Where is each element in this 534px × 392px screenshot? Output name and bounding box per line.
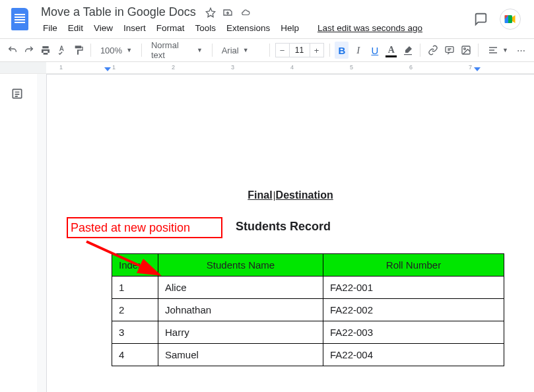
editor-area: FinalDestination Pasted at new position … — [0, 74, 534, 392]
annotation-box: Pasted at new position — [67, 217, 222, 238]
ruler-tick: 7 — [469, 64, 472, 71]
table-cell[interactable]: Johnathan — [158, 299, 323, 321]
separator — [329, 44, 330, 57]
page-canvas[interactable]: FinalDestination Pasted at new position … — [37, 74, 534, 392]
meet-icon[interactable] — [500, 9, 521, 30]
star-icon[interactable] — [205, 7, 216, 18]
undo-button[interactable] — [5, 42, 19, 59]
ruler-tick: 5 — [350, 64, 353, 71]
align-button[interactable]: ▼ — [484, 42, 512, 59]
annotation-arrow-icon — [80, 238, 179, 284]
separator — [269, 44, 270, 57]
link-button[interactable] — [426, 42, 440, 59]
bold-button[interactable]: B — [335, 42, 349, 59]
text-color-button[interactable]: A — [384, 42, 398, 59]
svg-point-4 — [463, 48, 465, 50]
italic-button[interactable]: I — [351, 42, 365, 59]
separator — [478, 44, 479, 57]
table-cell[interactable]: Alice — [158, 277, 323, 299]
left-rail — [0, 74, 37, 392]
paint-format-button[interactable] — [71, 42, 85, 59]
ruler-tick: 6 — [409, 64, 413, 71]
more-button[interactable]: ⋯ — [515, 42, 529, 59]
underline-button[interactable]: U — [368, 42, 382, 59]
ruler-tick: 2 — [172, 64, 175, 71]
separator — [212, 44, 213, 57]
ruler-tick: 1 — [59, 64, 63, 71]
menu-edit[interactable]: Edit — [63, 22, 88, 34]
outline-icon[interactable] — [11, 87, 26, 103]
zoom-select[interactable]: 100%▼ — [96, 42, 136, 59]
font-select[interactable]: Arial▼ — [218, 42, 264, 59]
table-header[interactable]: Roll Number — [323, 254, 504, 277]
table-cell[interactable]: Samuel — [158, 344, 323, 366]
table-row[interactable]: 3 Harry FA22-003 — [112, 321, 504, 344]
section-title[interactable]: Students Record — [236, 220, 508, 234]
font-size-decrease[interactable]: − — [275, 43, 290, 57]
separator — [141, 44, 142, 57]
toolbar: 100%▼ Normal text▼ Arial▼ − 11 + B I U A… — [0, 38, 534, 62]
app-header: Move a Table in Google Docs File Edit Vi… — [0, 0, 534, 34]
last-edit-link[interactable]: Last edit was seconds ago — [313, 22, 427, 34]
page-header-text[interactable]: FinalDestination — [73, 189, 508, 201]
font-size-control: − 11 + — [275, 43, 324, 57]
comment-button[interactable] — [442, 42, 456, 59]
document-title[interactable]: Move a Table in Google Docs — [38, 4, 199, 20]
menu-format[interactable]: Format — [152, 22, 189, 34]
menu-help[interactable]: Help — [276, 22, 304, 34]
svg-rect-2 — [446, 47, 453, 53]
page[interactable]: FinalDestination Pasted at new position … — [46, 74, 534, 392]
style-select[interactable]: Normal text▼ — [147, 42, 207, 59]
table-header[interactable]: Students Name — [158, 254, 323, 277]
table-cell[interactable]: 4 — [112, 344, 158, 366]
table-row[interactable]: 2 Johnathan FA22-002 — [112, 299, 504, 321]
menu-bar: File Edit View Insert Format Tools Exten… — [38, 22, 468, 34]
comments-icon[interactable] — [473, 12, 488, 26]
print-button[interactable] — [38, 42, 52, 59]
spellcheck-button[interactable] — [55, 42, 69, 59]
indent-marker-icon[interactable] — [104, 67, 111, 71]
separator — [90, 44, 91, 57]
menu-insert[interactable]: Insert — [119, 22, 150, 34]
table-cell[interactable]: FA22-002 — [323, 299, 504, 321]
menu-view[interactable]: View — [89, 22, 117, 34]
ruler-left-margin — [0, 62, 46, 73]
table-cell[interactable]: 2 — [112, 299, 158, 321]
image-button[interactable] — [459, 42, 473, 59]
menu-tools[interactable]: Tools — [191, 22, 221, 34]
ruler[interactable]: 1 1 2 3 4 5 6 7 — [0, 62, 534, 74]
redo-button[interactable] — [22, 42, 36, 59]
ruler-tick: 4 — [290, 64, 294, 71]
ruler-tick: 3 — [231, 64, 234, 71]
menu-file[interactable]: File — [38, 22, 62, 34]
ruler-tick: 1 — [112, 64, 116, 71]
menu-extensions[interactable]: Extensions — [222, 22, 275, 34]
table-cell[interactable]: FA22-001 — [323, 277, 504, 299]
table-row[interactable]: 4 Samuel FA22-004 — [112, 344, 504, 366]
move-icon[interactable] — [222, 7, 233, 18]
highlight-button[interactable] — [401, 42, 415, 59]
svg-line-6 — [86, 242, 159, 275]
separator — [420, 44, 420, 57]
docs-logo[interactable] — [7, 6, 33, 32]
annotation-text: Pasted at new position — [71, 221, 190, 235]
font-size-value[interactable]: 11 — [290, 43, 310, 57]
table-cell[interactable]: FA22-003 — [323, 321, 504, 344]
cloud-icon[interactable] — [240, 8, 251, 17]
table-cell[interactable]: FA22-004 — [323, 344, 504, 366]
table-cell[interactable]: 3 — [112, 321, 158, 344]
right-indent-marker-icon[interactable] — [474, 67, 481, 71]
font-size-increase[interactable]: + — [310, 43, 324, 57]
table-cell[interactable]: Harry — [158, 321, 323, 344]
